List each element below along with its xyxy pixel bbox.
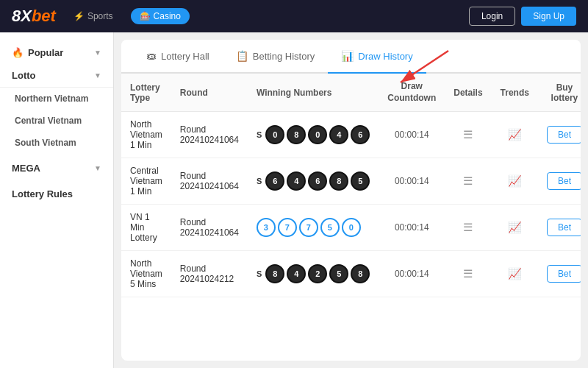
col-buy-lottery: Buy lottery (538, 74, 581, 112)
fire-icon: 🔥 (12, 47, 24, 58)
ball-s-label: S (257, 130, 262, 139)
bet-button[interactable]: Bet (547, 172, 581, 190)
login-button[interactable]: Login (469, 7, 515, 26)
sports-label: Sports (87, 11, 113, 21)
lottery-ball: 7 (299, 218, 318, 237)
logo: 8Xbet (12, 7, 56, 26)
tab-draw-history[interactable]: 📊 Draw History (328, 40, 426, 74)
lottery-ball: 8 (287, 125, 306, 144)
casino-label: Casino (154, 11, 181, 21)
cell-details[interactable]: ☰ (445, 158, 491, 205)
chevron-down-icon: ▼ (94, 49, 101, 57)
tab-betting-history-label: Betting History (253, 51, 315, 62)
header-left: 8Xbet ⚡ Sports 🎰 Casino (12, 7, 190, 26)
rules-label: Lottery Rules (12, 188, 73, 199)
bet-button[interactable]: Bet (547, 126, 581, 144)
lottery-ball: 3 (257, 218, 276, 237)
table-row: North Vietnam 1 MinRound 202410241064S08… (121, 112, 581, 158)
lottery-ball: 6 (308, 171, 327, 191)
sports-nav-button[interactable]: ⚡ Sports (65, 8, 122, 24)
header: 8Xbet ⚡ Sports 🎰 Casino Login Sign Up (0, 0, 588, 32)
draw-history-table: Lottery Type Round Winning Numbers DrawC… (121, 74, 581, 297)
sidebar-item-lotto[interactable]: Lotto ▼ (0, 64, 113, 88)
casino-nav-button[interactable]: 🎰 Casino (131, 8, 190, 24)
cell-lottery-type: Central Vietnam 1 Min (121, 158, 171, 205)
cell-buy-lottery: Bet (538, 251, 581, 297)
col-draw-countdown: DrawCountdown (379, 74, 445, 112)
table-row: Central Vietnam 1 MinRound 202410241064S… (121, 158, 581, 205)
cell-trends[interactable]: 📈 (492, 205, 538, 251)
lottery-ball: 7 (278, 218, 297, 237)
details-icon[interactable]: ☰ (463, 174, 473, 187)
cell-buy-lottery: Bet (538, 158, 581, 205)
lottery-ball: 5 (329, 264, 348, 283)
tab-lottery-hall[interactable]: 🎟 Lottery Hall (133, 40, 223, 74)
betting-history-icon: 📋 (236, 50, 248, 62)
details-icon[interactable]: ☰ (463, 267, 473, 280)
ball-s-label: S (257, 177, 262, 185)
trends-icon[interactable]: 📈 (508, 267, 522, 280)
cell-trends[interactable]: 📈 (492, 112, 538, 158)
northern-vietnam-label: Northern Vietnam (15, 93, 88, 104)
chevron-down-icon: ▼ (94, 164, 101, 172)
col-lottery-type: Lottery Type (121, 74, 171, 112)
logo-suffix: bet (32, 7, 56, 25)
lottery-ball: 0 (308, 125, 327, 144)
cell-trends[interactable]: 📈 (492, 158, 538, 205)
bet-button[interactable]: Bet (547, 265, 581, 283)
sidebar-item-mega[interactable]: MEGA ▼ (0, 157, 113, 180)
tab-betting-history[interactable]: 📋 Betting History (223, 40, 329, 74)
central-vietnam-label: Central Vietnam (15, 116, 82, 126)
bet-button[interactable]: Bet (547, 219, 581, 236)
signup-button[interactable]: Sign Up (521, 7, 576, 26)
cell-countdown: 00:00:14 (379, 158, 445, 205)
popular-label: Popular (28, 47, 63, 58)
cell-details[interactable]: ☰ (445, 205, 491, 251)
content-area: 🎟 Lottery Hall 📋 Betting History 📊 Draw … (121, 40, 581, 361)
lottery-ball: 4 (287, 171, 306, 191)
trends-icon[interactable]: 📈 (508, 128, 522, 141)
lottery-hall-icon: 🎟 (146, 50, 157, 62)
cell-winning-numbers: S64685 (248, 158, 379, 205)
lottery-ball: 5 (320, 218, 340, 237)
cell-lottery-type: North Vietnam 1 Min (121, 112, 171, 158)
trends-icon[interactable]: 📈 (508, 174, 522, 187)
tab-bar: 🎟 Lottery Hall 📋 Betting History 📊 Draw … (121, 40, 581, 74)
main-layout: 🔥 Popular ▼ Lotto ▼ Northern Vietnam Cen… (0, 32, 588, 368)
sidebar-item-popular[interactable]: 🔥 Popular ▼ (0, 41, 113, 64)
sidebar-item-central-vietnam[interactable]: Central Vietnam (0, 110, 113, 132)
cell-lottery-type: VN 1 Min Lottery (121, 205, 171, 251)
col-details: Details (445, 74, 491, 112)
draw-history-icon: 📊 (341, 50, 354, 62)
lightning-icon: ⚡ (74, 11, 85, 21)
details-icon[interactable]: ☰ (463, 221, 473, 233)
cell-details[interactable]: ☰ (445, 251, 491, 297)
casino-icon: 🎰 (140, 11, 151, 21)
lottery-ball: 8 (329, 171, 348, 191)
mega-label: MEGA (12, 163, 40, 174)
cell-countdown: 00:00:14 (379, 251, 445, 297)
lottery-ball: 8 (265, 264, 284, 283)
sidebar-item-lottery-rules[interactable]: Lottery Rules (0, 183, 113, 205)
details-icon[interactable]: ☰ (463, 128, 473, 141)
tab-draw-history-label: Draw History (358, 51, 412, 62)
trends-icon[interactable]: 📈 (508, 221, 522, 233)
table-header-row: Lottery Type Round Winning Numbers DrawC… (121, 74, 581, 112)
cell-countdown: 00:00:14 (379, 112, 445, 158)
lottery-ball: 4 (287, 264, 306, 283)
lottery-ball: 0 (265, 125, 284, 144)
sidebar-item-south-vietnam[interactable]: South Vietnam (0, 132, 113, 154)
cell-trends[interactable]: 📈 (492, 251, 538, 297)
lottery-ball: 0 (342, 218, 361, 237)
cell-winning-numbers: S84258 (248, 251, 379, 297)
cell-winning-numbers: S08046 (248, 112, 379, 158)
lottery-ball: 4 (329, 125, 348, 144)
cell-details[interactable]: ☰ (445, 112, 491, 158)
sidebar-item-northern-vietnam[interactable]: Northern Vietnam (0, 88, 113, 110)
cell-round: Round 20241024212 (171, 251, 248, 297)
lottery-ball: 8 (351, 264, 370, 283)
cell-buy-lottery: Bet (538, 205, 581, 251)
col-round: Round (171, 74, 248, 112)
lottery-ball: 6 (351, 125, 370, 144)
lottery-ball: 2 (308, 264, 327, 283)
